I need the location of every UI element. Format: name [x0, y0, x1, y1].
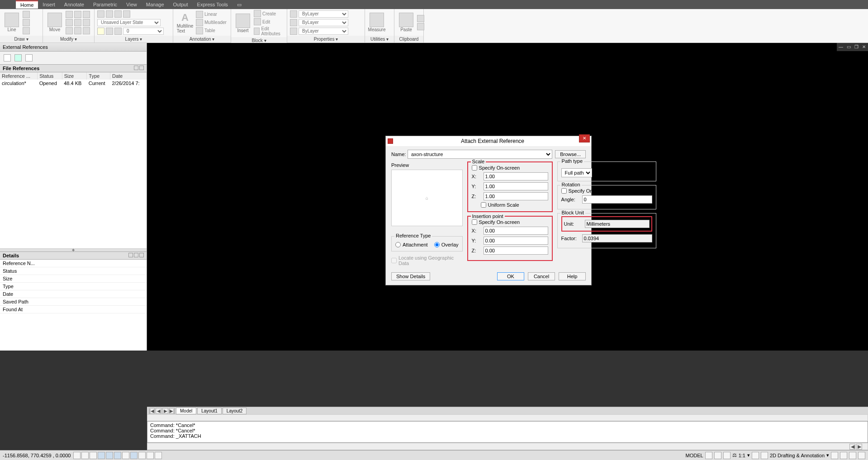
restore-icon[interactable]: ❐ — [853, 44, 859, 50]
tab-view[interactable]: View — [122, 1, 142, 8]
linetype-select[interactable]: ByLayer — [299, 28, 348, 35]
drawing-canvas[interactable]: — ▭ ❐ ✕ Attach External Reference ✕ Name… — [147, 43, 868, 351]
ws-lock-icon[interactable] — [831, 452, 838, 459]
insert-button[interactable]: Insert — [234, 12, 252, 34]
arc-icon[interactable] — [23, 27, 30, 34]
layer-state-icon[interactable] — [106, 10, 113, 18]
tab-more-icon[interactable]: ▭ — [232, 1, 246, 9]
scale-z-input[interactable] — [484, 192, 548, 200]
hardware-accel-icon[interactable] — [840, 452, 847, 459]
edit-button[interactable]: Edit — [254, 18, 284, 25]
attachment-radio[interactable]: Attachment — [395, 242, 428, 247]
annovis-icon[interactable] — [752, 452, 759, 459]
color-icon[interactable] — [290, 10, 297, 18]
scale-y-input[interactable] — [484, 182, 548, 190]
tab-parametric[interactable]: Parametric — [89, 1, 122, 8]
command-input-row[interactable]: ◀▶ — [147, 443, 868, 450]
insertion-y-input[interactable] — [484, 237, 548, 245]
copy-icon[interactable] — [66, 11, 73, 18]
tab-annotate[interactable]: Annotate — [60, 1, 89, 8]
insertion-x-input[interactable] — [484, 227, 548, 235]
panel-clipboard-label[interactable]: Clipboard — [394, 36, 423, 43]
line-button[interactable]: Line — [3, 11, 21, 34]
close-button[interactable]: ✕ — [579, 134, 590, 142]
panel-layers-label[interactable]: Layers ▾ — [95, 36, 173, 43]
status-qv-icon[interactable] — [714, 452, 721, 459]
angle-input[interactable] — [582, 195, 652, 204]
ducs-icon[interactable] — [122, 452, 129, 459]
refresh-icon[interactable] — [14, 54, 22, 62]
mirror-icon[interactable] — [66, 19, 73, 26]
panel-modify-label[interactable]: Modify ▾ — [43, 36, 94, 43]
stretch-icon[interactable] — [66, 27, 73, 34]
linetype-icon[interactable] — [290, 28, 297, 35]
clean-screen-icon[interactable] — [858, 452, 865, 459]
attach-dwg-icon[interactable] — [4, 54, 11, 62]
tab-first-icon[interactable]: |◀ — [149, 408, 155, 414]
tab-home[interactable]: Home — [16, 0, 38, 9]
horizontal-scrollbar[interactable] — [147, 414, 868, 421]
status-nav-icon[interactable] — [723, 452, 730, 459]
create-button[interactable]: Create — [254, 10, 284, 17]
annoauto-icon[interactable] — [761, 452, 768, 459]
browse-button[interactable]: Browse... — [555, 150, 586, 158]
rotation-specify-checkbox[interactable]: Specify On-screen — [561, 188, 652, 194]
trim-icon[interactable] — [83, 11, 90, 18]
scale-icon[interactable] — [74, 27, 81, 34]
help-button[interactable]: Help — [559, 272, 586, 280]
annoscale-icon[interactable]: ⚖ — [732, 452, 737, 458]
ok-button[interactable]: OK — [497, 272, 524, 280]
tab-output[interactable]: Output — [169, 1, 193, 8]
circle-icon[interactable] — [23, 19, 30, 26]
scale-x-input[interactable] — [484, 172, 548, 180]
details-view-icon[interactable] — [128, 253, 133, 257]
layer-prop-icon[interactable] — [97, 10, 104, 18]
scroll-right-icon[interactable]: ▶ — [856, 444, 862, 450]
tree-view-icon[interactable] — [139, 66, 144, 70]
insertion-z-input[interactable] — [484, 247, 548, 255]
tab-manage[interactable]: Manage — [142, 1, 169, 8]
col-date[interactable]: Date — [110, 72, 146, 80]
dyn-icon[interactable] — [130, 452, 138, 459]
help-icon[interactable] — [25, 54, 33, 62]
explode-icon[interactable] — [83, 19, 90, 26]
panel-annotation-label[interactable]: Annotation ▾ — [173, 36, 231, 43]
close-icon[interactable]: ✕ — [861, 44, 867, 50]
status-maximize-icon[interactable] — [705, 452, 712, 459]
layer-state-select[interactable]: Unsaved Layer State — [97, 19, 161, 26]
cut-icon[interactable] — [417, 15, 424, 22]
polyline-icon[interactable] — [23, 11, 30, 18]
minimize-icon[interactable]: — — [838, 44, 844, 50]
scale-display[interactable]: 1:1 — [739, 453, 745, 458]
ortho-icon[interactable] — [90, 452, 97, 459]
col-status[interactable]: Status — [38, 72, 62, 80]
linear-button[interactable]: Linear — [196, 11, 227, 18]
fillet-icon[interactable] — [74, 19, 81, 26]
overlay-radio[interactable]: Overlay — [434, 242, 459, 247]
scale-specify-checkbox[interactable]: Specify On-screen — [472, 165, 548, 171]
tab-express-tools[interactable]: Express Tools — [193, 1, 232, 8]
table-button[interactable]: Table — [196, 27, 227, 34]
tab-next-icon[interactable]: ▶ — [162, 408, 168, 414]
grid-icon[interactable] — [81, 452, 89, 459]
layer-select[interactable]: 0 — [123, 28, 164, 35]
polar-icon[interactable] — [98, 452, 105, 459]
model-indicator[interactable]: MODEL — [686, 453, 703, 458]
layer-freeze-icon[interactable] — [123, 10, 130, 18]
col-size[interactable]: Size — [62, 72, 87, 80]
move-button[interactable]: Move — [46, 11, 64, 34]
lineweight-select[interactable]: ByLayer — [299, 19, 348, 26]
osnap-icon[interactable] — [106, 452, 113, 459]
edit-attrib-button[interactable]: Edit Attributes — [254, 26, 284, 36]
layer-iso-icon[interactable] — [114, 10, 122, 18]
snap-icon[interactable] — [73, 452, 81, 459]
multileader-button[interactable]: Multileader — [196, 19, 227, 26]
tab-layout1[interactable]: Layout1 — [197, 408, 222, 414]
sun-icon[interactable] — [106, 28, 113, 35]
preview-view-icon[interactable] — [134, 253, 138, 257]
paste-button[interactable]: Paste — [397, 11, 415, 34]
maximize-icon[interactable]: ▭ — [845, 44, 852, 50]
array-icon[interactable] — [83, 27, 90, 34]
lock-icon[interactable] — [114, 28, 122, 35]
tab-layout2[interactable]: Layout2 — [223, 408, 247, 414]
